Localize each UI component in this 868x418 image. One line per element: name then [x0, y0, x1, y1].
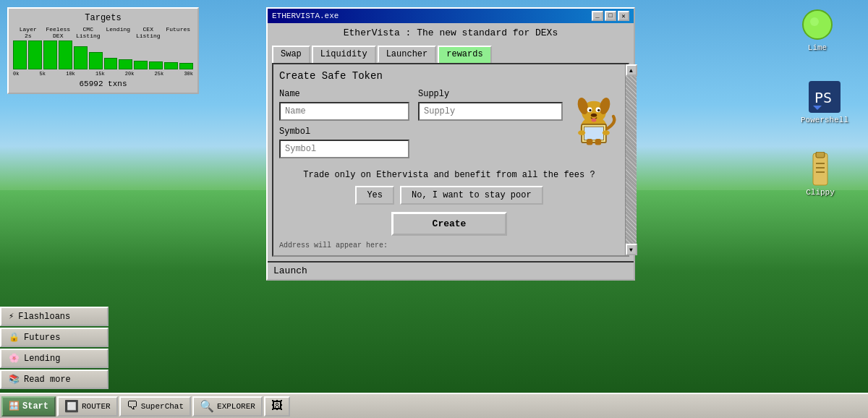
tab-liquidity[interactable]: Liquidity	[312, 46, 376, 63]
trade-text: Trade only on Ethervista and benefit fro…	[279, 170, 619, 180]
bar-12	[179, 63, 193, 69]
svg-rect-6	[816, 152, 825, 158]
misc-icon: 🖼	[271, 399, 283, 413]
read-more-icon: 📚	[9, 374, 20, 385]
mascot-area	[563, 89, 619, 147]
lime-label: Lime	[808, 43, 827, 52]
start-icon: 🪟	[9, 401, 20, 411]
launch-section: Launch	[268, 261, 634, 279]
supply-group: Supply	[418, 89, 563, 121]
scroll-down-button[interactable]: ▼	[626, 244, 637, 255]
svg-point-16	[589, 109, 591, 111]
bar-4	[59, 40, 72, 69]
sidebar-item-flashloans[interactable]: ⚡ Flashloans	[0, 307, 109, 326]
scroll-up-button[interactable]: ▲	[626, 64, 637, 76]
label-futures: Futures	[163, 26, 192, 39]
svg-point-1	[810, 17, 819, 26]
clippy-icon	[803, 152, 838, 187]
minimize-button[interactable]: _	[592, 11, 603, 21]
symbol-input[interactable]	[279, 140, 409, 158]
svg-text:PS: PS	[814, 89, 832, 106]
name-input[interactable]	[279, 102, 409, 121]
supply-input[interactable]	[418, 102, 563, 121]
powershell-label: Powershell	[801, 116, 848, 124]
label-layer2: Layer2s	[14, 26, 43, 39]
left-sidebar: ⚡ Flashloans 🔒 Futures 🌸 Lending 📚 Read …	[0, 307, 109, 389]
superchat-label: SuperChat	[141, 402, 184, 411]
ethervista-window: ETHERVISTA.exe _ □ ✕ EtherVista : The ne…	[266, 7, 635, 281]
sidebar-item-futures[interactable]: 🔒 Futures	[0, 328, 109, 347]
start-button[interactable]: 🪟 Start	[1, 396, 56, 417]
bar-1	[13, 40, 27, 69]
sidebar-item-lending[interactable]: 🌸 Lending	[0, 349, 109, 368]
no-button[interactable]: No, I want to stay poor	[400, 186, 543, 205]
router-icon: 🔲	[64, 399, 79, 414]
router-label: ROUTER	[82, 402, 111, 411]
taskbar-router[interactable]: 🔲 ROUTER	[57, 396, 118, 417]
window-controls: _ □ ✕	[592, 11, 629, 21]
lime-icon	[800, 7, 835, 42]
svg-point-23	[603, 130, 610, 135]
main-content: Create Safe Token Name Supply	[273, 64, 625, 255]
window-title: ETHERVISTA.exe	[272, 12, 339, 20]
symbol-label: Symbol	[279, 127, 563, 137]
yes-button[interactable]: Yes	[355, 186, 394, 205]
bar-7	[104, 58, 118, 69]
address-placeholder: Address will appear here:	[279, 242, 619, 249]
svg-rect-25	[595, 139, 601, 145]
scrollbar[interactable]: ▲ ▼	[625, 64, 637, 255]
bar-5	[74, 46, 88, 69]
yn-buttons: Yes No, I want to stay poor	[279, 186, 619, 205]
bar-2	[28, 40, 42, 69]
bar-3	[43, 40, 57, 69]
futures-icon: 🔒	[9, 332, 20, 343]
read-more-label: Read more	[24, 375, 71, 385]
label-lending: Lending	[103, 26, 132, 39]
explorer-label: EXPLORER	[217, 402, 255, 411]
bar-6	[89, 52, 103, 69]
tab-rewards[interactable]: rewards	[438, 46, 491, 63]
label-cex: CEXListing	[134, 26, 163, 39]
futures-label: Futures	[24, 333, 60, 343]
svg-point-17	[597, 109, 600, 111]
lending-icon: 🌸	[9, 353, 20, 364]
taskbar-superchat[interactable]: 🗨 SuperChat	[119, 396, 191, 417]
taskbar: 🪟 Start 🔲 ROUTER 🗨 SuperChat 🔍 EXPLORER …	[0, 393, 868, 418]
sidebar-item-read-more[interactable]: 📚 Read more	[0, 370, 109, 389]
form-left: Name Supply Symbol	[279, 89, 563, 164]
desktop-icon-clippy[interactable]: Clippy	[791, 152, 849, 197]
maximize-button[interactable]: □	[605, 11, 616, 21]
create-button[interactable]: Create	[391, 212, 507, 236]
desktop-icon-powershell[interactable]: PS Powershell	[796, 80, 854, 124]
desktop-icon-lime[interactable]: Lime	[788, 7, 846, 52]
flashloans-icon: ⚡	[9, 311, 14, 322]
name-supply-row: Name Supply	[279, 89, 563, 121]
svg-point-22	[578, 130, 585, 135]
window-content: Create Safe Token Name Supply	[272, 63, 629, 257]
targets-title: Targets	[13, 13, 193, 23]
name-label: Name	[279, 89, 409, 99]
targets-labels: Layer2s FeelessDEX CMCListing Lending CE…	[13, 26, 193, 39]
bar-11	[164, 62, 178, 69]
label-cmc: CMCListing	[74, 26, 103, 39]
dog-mascot	[569, 89, 619, 147]
tab-swap[interactable]: Swap	[272, 46, 310, 63]
close-button[interactable]: ✕	[618, 11, 629, 21]
taskbar-misc[interactable]: 🖼	[264, 396, 290, 417]
svg-rect-5	[813, 153, 827, 185]
tab-launcher[interactable]: Launcher	[378, 46, 437, 63]
window-titlebar: ETHERVISTA.exe _ □ ✕	[268, 9, 634, 23]
tabs-bar: Swap Liquidity Launcher rewards	[268, 43, 634, 63]
supply-label: Supply	[418, 89, 563, 99]
lending-label: Lending	[24, 354, 60, 364]
svg-rect-21	[584, 127, 604, 140]
scroll-track[interactable]	[626, 76, 637, 244]
launch-label: Launch	[273, 265, 307, 276]
form-area: Name Supply Symbol	[279, 89, 619, 164]
flashloans-label: Flashloans	[18, 312, 70, 322]
content-scroll-area: Create Safe Token Name Supply	[273, 64, 628, 255]
svg-point-18	[591, 114, 597, 117]
taskbar-explorer[interactable]: 🔍 EXPLORER	[192, 396, 263, 417]
superchat-icon: 🗨	[127, 399, 138, 413]
label-feeless: FeelessDEX	[43, 26, 72, 39]
